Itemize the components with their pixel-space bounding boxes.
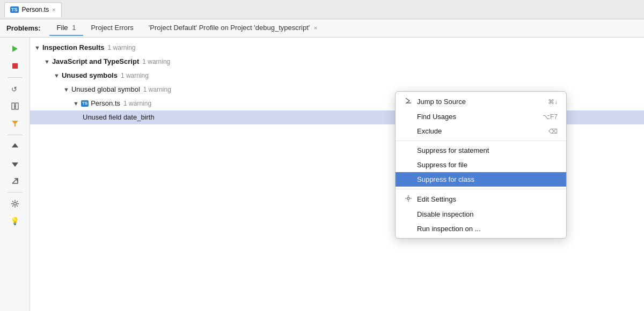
svg-marker-0 (12, 46, 18, 52)
tree-item-unused-symbols[interactable]: ▼ Unused symbols 1 warning (30, 69, 644, 83)
problems-label: Problems: (6, 24, 41, 32)
stop-icon (11, 62, 19, 70)
edit-settings-label: Edit Settings (417, 195, 456, 203)
menu-item-suppress-statement[interactable]: Suppress for statement (396, 143, 566, 158)
svg-point-10 (13, 203, 16, 205)
menu-item-suppress-file[interactable]: Suppress for file (396, 158, 566, 172)
toolbar-sep-3 (8, 192, 23, 192)
unused-symbols-label: Unused symbols (62, 70, 118, 82)
menu-item-suppress-class[interactable]: Suppress for class (396, 172, 566, 187)
filter-button[interactable] (5, 115, 25, 131)
tab-filename: Person.ts (22, 6, 49, 13)
find-usages-label: Find Usages (417, 113, 456, 121)
inspection-results-label: Inspection Results (42, 42, 105, 54)
menu-item-jump-to-source[interactable]: Jump to Source ⌘↓ (396, 94, 566, 109)
run-icon (11, 45, 19, 53)
bulb-icon: 💡 (10, 217, 19, 225)
pin-icon (11, 102, 19, 110)
tab-project-errors[interactable]: Project Errors (83, 20, 141, 36)
menu-item-disable-inspection[interactable]: Disable inspection (396, 207, 566, 221)
settings-icon (11, 199, 19, 208)
run-button[interactable] (5, 41, 25, 57)
menu-item-edit-settings[interactable]: Edit Settings (396, 191, 566, 207)
tree-item-js-ts[interactable]: ▼ JavaScript and TypeScript 1 warning (30, 55, 644, 69)
toolbar-sep-2 (8, 135, 23, 135)
svg-marker-8 (12, 162, 18, 167)
filter-icon (11, 119, 19, 128)
unused-field-label: Unused field date_birth (83, 112, 155, 123)
run-inspection-label: Run inspection on ... (417, 225, 481, 233)
menu-item-exclude[interactable]: Exclude ⌫ (396, 124, 566, 138)
profile-tab-close[interactable]: × (314, 25, 317, 31)
ts-icon: TS (10, 6, 19, 13)
bulb-button[interactable]: 💡 (5, 213, 25, 229)
menu-separator-2 (396, 189, 566, 189)
jump-to-source-shortcut: ⌘↓ (548, 98, 558, 106)
menu-item-run-inspection[interactable]: Run inspection on ... (396, 221, 566, 236)
svg-line-9 (12, 179, 17, 183)
file-tab-badge: 1 (72, 24, 76, 32)
tree-item-inspection-results[interactable]: ▼ Inspection Results 1 warning (30, 41, 644, 55)
chevron-inspection-results: ▼ (34, 42, 40, 54)
tab-close-button[interactable]: × (52, 6, 55, 13)
chevron-js-ts: ▼ (44, 56, 50, 68)
move-down-button[interactable] (5, 156, 25, 172)
problems-bar: Problems: File 1 Project Errors 'Project… (0, 19, 644, 38)
person-ts-count: 1 warning (123, 98, 151, 109)
edit-settings-icon (404, 195, 413, 204)
context-menu: Jump to Source ⌘↓ Find Usages ⌥F7 Exclud… (395, 91, 567, 239)
find-usages-shortcut: ⌥F7 (543, 113, 558, 121)
chevron-person-ts: ▼ (73, 98, 79, 109)
chevron-unused-global: ▼ (63, 84, 69, 95)
stop-button[interactable] (5, 58, 25, 74)
menu-separator-1 (396, 140, 566, 141)
left-toolbar: ↺ (0, 38, 30, 311)
unused-global-label: Unused global symbol (71, 84, 140, 95)
unused-global-count: 1 warning (143, 84, 171, 95)
svg-rect-3 (12, 103, 14, 109)
ts-file-icon: TS (81, 100, 89, 107)
exclude-shortcut: ⌫ (548, 128, 558, 135)
pin-button[interactable] (5, 98, 25, 114)
person-ts-tab[interactable]: TS Person.ts × (4, 2, 62, 17)
disable-inspection-label: Disable inspection (417, 210, 474, 218)
svg-rect-4 (16, 103, 18, 109)
tree-panel: ▼ Inspection Results 1 warning ▼ JavaScr… (30, 38, 644, 311)
tab-profile[interactable]: 'Project Default' Profile on Project 'de… (141, 20, 325, 36)
js-ts-label: JavaScript and TypeScript (52, 56, 139, 68)
export-icon (11, 176, 19, 185)
menu-item-find-usages[interactable]: Find Usages ⌥F7 (396, 109, 566, 124)
svg-marker-6 (12, 121, 18, 127)
tab-bar: TS Person.ts × (0, 0, 644, 19)
person-ts-label: Person.ts (91, 98, 120, 109)
rerun-button[interactable]: ↺ (5, 81, 25, 97)
svg-marker-7 (12, 143, 18, 147)
svg-rect-1 (12, 63, 18, 69)
jump-to-source-icon (404, 97, 413, 106)
suppress-class-label: Suppress for class (417, 175, 474, 183)
js-ts-count: 1 warning (142, 56, 170, 68)
jump-to-source-label: Jump to Source (417, 98, 466, 106)
suppress-statement-label: Suppress for statement (417, 146, 489, 154)
toolbar-sep-1 (8, 77, 23, 78)
unused-symbols-count: 1 warning (121, 70, 149, 82)
up-arrow-icon (11, 142, 19, 151)
export-button[interactable] (5, 173, 25, 189)
svg-text:↺: ↺ (11, 85, 17, 93)
svg-point-12 (407, 197, 409, 199)
move-up-button[interactable] (5, 138, 25, 154)
settings-button[interactable] (5, 196, 25, 212)
suppress-file-label: Suppress for file (417, 161, 467, 169)
rerun-icon: ↺ (11, 85, 19, 93)
main-area: ↺ (0, 38, 644, 311)
chevron-unused-symbols: ▼ (54, 70, 60, 82)
tab-file[interactable]: File 1 (49, 20, 84, 36)
down-arrow-icon (11, 159, 19, 168)
inspection-results-count: 1 warning (107, 42, 135, 54)
exclude-label: Exclude (417, 127, 442, 135)
